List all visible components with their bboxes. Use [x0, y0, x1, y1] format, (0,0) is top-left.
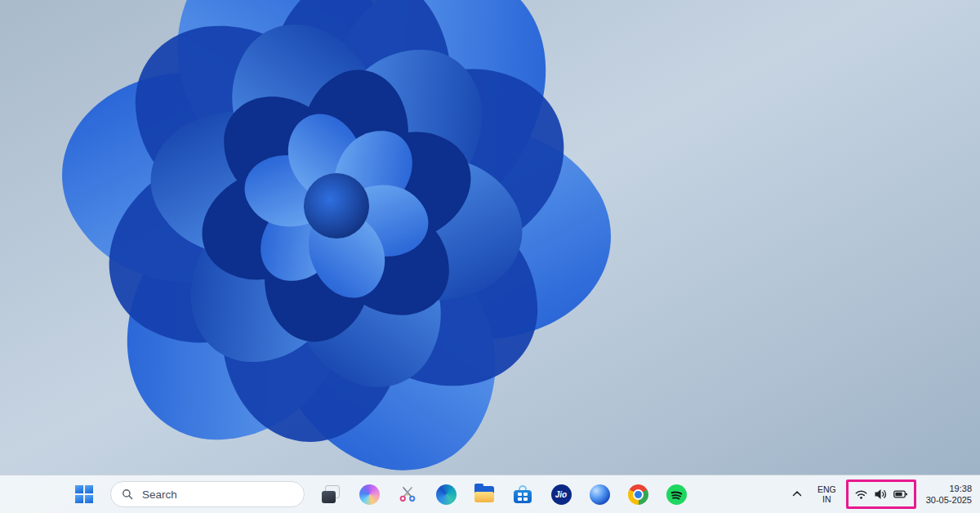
bloom-wallpaper [0, 0, 980, 513]
clock[interactable]: 19:38 30-05-2025 [923, 480, 975, 509]
language-line1: ENG [817, 484, 836, 494]
show-hidden-icons-button[interactable] [786, 480, 808, 509]
microsoft-store-button[interactable] [507, 479, 538, 510]
copilot-icon [359, 484, 380, 505]
wifi-icon [854, 488, 868, 501]
start-button[interactable] [69, 479, 100, 510]
search-box[interactable]: Search [110, 481, 305, 507]
system-tray: ENG IN [786, 475, 975, 513]
clock-time: 19:38 [926, 483, 972, 494]
jio-icon: Jio [551, 484, 572, 505]
spotify-icon [666, 484, 687, 505]
snipping-tool-button[interactable] [392, 479, 423, 510]
language-line2: IN [817, 494, 836, 504]
chrome-icon [628, 484, 648, 505]
edge-button[interactable] [430, 479, 461, 510]
file-explorer-button[interactable] [469, 479, 500, 510]
firefox-icon [590, 484, 610, 505]
edge-icon [436, 484, 457, 505]
language-indicator[interactable]: ENG IN [814, 480, 840, 509]
tray-highlight-annotation [846, 480, 916, 509]
copilot-button[interactable] [354, 479, 385, 510]
search-label: Search [142, 488, 177, 501]
jio-label: Jio [555, 490, 567, 499]
taskbar: Search [0, 475, 980, 513]
search-icon [122, 488, 134, 501]
clock-date: 30-05-2025 [926, 494, 972, 506]
taskbar-app-group: Search [69, 475, 692, 513]
task-view-icon [321, 485, 341, 503]
firefox-button[interactable] [584, 479, 615, 510]
chrome-button[interactable] [622, 479, 653, 510]
microsoft-store-icon [513, 484, 532, 504]
task-view-button[interactable] [315, 479, 346, 510]
battery-icon [893, 488, 908, 501]
chevron-up-icon [790, 487, 804, 502]
volume-icon [874, 488, 888, 501]
file-explorer-icon [474, 486, 494, 502]
desktop[interactable] [0, 0, 980, 513]
jio-button[interactable]: Jio [546, 479, 577, 510]
quick-settings-button[interactable] [849, 483, 914, 506]
spotify-button[interactable] [661, 479, 692, 510]
windows-logo-icon [75, 485, 93, 503]
snipping-tool-icon [398, 484, 417, 504]
